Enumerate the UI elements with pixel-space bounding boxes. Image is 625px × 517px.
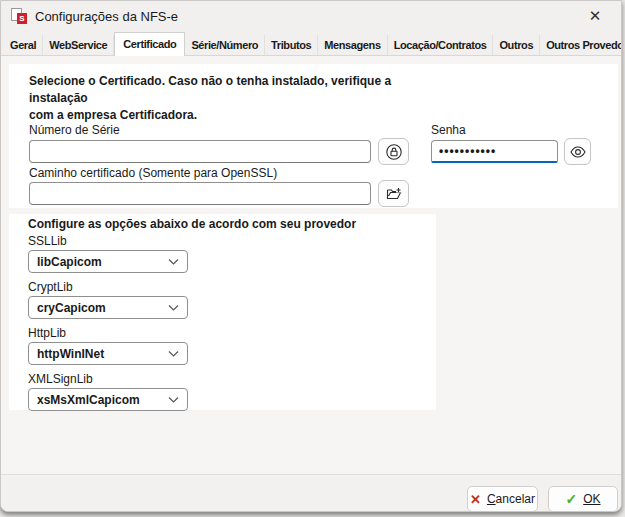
chevron-down-icon — [168, 304, 179, 312]
tab-mensagens[interactable]: Mensagens — [318, 35, 387, 55]
nfse-red-icon: S — [17, 13, 27, 24]
cryptlib-select[interactable]: cryCapicom — [28, 296, 188, 319]
tab-tributos[interactable]: Tributos — [265, 35, 318, 55]
close-icon[interactable]: ✕ — [579, 4, 611, 28]
app-icon: S — [11, 8, 27, 24]
tab-webservice[interactable]: WebService — [43, 35, 114, 55]
tab-strip: Geral WebService Certificado Série/Númer… — [1, 31, 621, 56]
numero-serie-input[interactable] — [29, 140, 371, 163]
chevron-down-icon — [168, 396, 179, 404]
ok-button[interactable]: ✓ OK — [548, 486, 618, 512]
provider-section-title: Configure as opções abaixo de acordo com… — [28, 217, 356, 231]
cryptlib-label: CryptLib — [28, 280, 73, 294]
cancel-x-icon: ✕ — [470, 493, 481, 506]
ssllib-select[interactable]: libCapicom — [28, 250, 188, 273]
ok-button-label: OK — [583, 492, 600, 506]
ok-check-icon: ✓ — [565, 492, 577, 506]
tab-outros-provedores[interactable]: Outros Provedores — [540, 35, 622, 55]
xmlsignlib-select[interactable]: xsMsXmlCapicom — [28, 388, 188, 411]
show-password-button[interactable] — [564, 138, 591, 165]
tab-certificado[interactable]: Certificado — [114, 32, 185, 56]
numero-serie-label: Número de Série — [29, 123, 120, 137]
chevron-down-icon — [168, 350, 179, 358]
titlebar: S Configurações da NFS-e ✕ — [1, 1, 621, 31]
httplib-select[interactable]: httpWinINet — [28, 342, 188, 365]
senha-label: Senha — [431, 123, 466, 137]
browse-certificate-button[interactable] — [378, 180, 409, 207]
cryptlib-value: cryCapicom — [37, 301, 106, 315]
ssllib-label: SSLLib — [28, 234, 67, 248]
cancel-button[interactable]: ✕ Cancelar — [467, 486, 538, 512]
footer-bar: ✕ Cancelar ✓ OK — [1, 474, 621, 512]
tab-outros[interactable]: Outros — [493, 35, 540, 55]
certificate-instructions: Selecione o Certificado. Caso não o tenh… — [29, 73, 409, 124]
httplib-label: HttpLib — [28, 326, 66, 340]
caminho-certificado-input[interactable] — [29, 182, 371, 205]
senha-input[interactable] — [431, 140, 558, 163]
caminho-certificado-label: Caminho certificado (Somente para OpenSS… — [29, 166, 277, 180]
window-title: Configurações da NFS-e — [35, 9, 178, 24]
select-certificate-button[interactable] — [378, 138, 409, 165]
tab-serie-numero[interactable]: Série/Número — [185, 35, 265, 55]
tab-locacao-contratos[interactable]: Locação/Contratos — [388, 35, 494, 55]
lock-icon — [385, 143, 403, 161]
ssllib-value: libCapicom — [37, 255, 102, 269]
tab-geral[interactable]: Geral — [4, 35, 43, 55]
httplib-value: httpWinINet — [37, 347, 104, 361]
nfse-settings-dialog: S Configurações da NFS-e ✕ Geral WebServ… — [0, 0, 622, 512]
eye-icon — [569, 143, 587, 161]
xmlsignlib-value: xsMsXmlCapicom — [37, 393, 140, 407]
cancel-button-label: Cancelar — [487, 492, 535, 506]
folder-open-icon — [385, 185, 403, 203]
chevron-down-icon — [168, 258, 179, 266]
xmlsignlib-label: XMLSignLib — [28, 372, 93, 386]
